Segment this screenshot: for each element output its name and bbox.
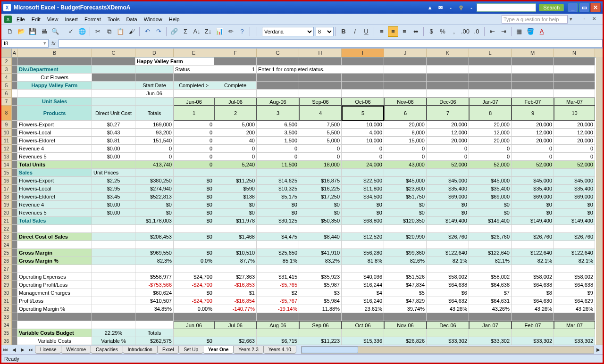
cell[interactable]: Sales — [17, 169, 92, 177]
currency-icon[interactable]: $ — [426, 26, 436, 37]
cell[interactable]: 0 — [174, 153, 214, 161]
cell[interactable]: 82.6% — [384, 257, 427, 265]
cell[interactable]: $149,400 — [427, 217, 469, 225]
cell[interactable]: $69,000 — [554, 193, 595, 201]
cell[interactable] — [512, 225, 554, 233]
paste-icon[interactable]: 📋 — [115, 26, 126, 37]
new-icon[interactable]: 🗋 — [5, 26, 15, 37]
font-size-select[interactable]: 8 — [316, 27, 334, 36]
cell[interactable] — [92, 233, 135, 241]
cell[interactable]: $0 — [174, 185, 214, 193]
cell[interactable] — [214, 225, 257, 233]
cell[interactable] — [342, 74, 384, 82]
cell[interactable]: $47,829 — [384, 297, 427, 305]
cell[interactable]: $0.81 — [92, 137, 135, 145]
cell[interactable]: $5,175 — [257, 193, 299, 201]
cell[interactable]: $58,002 — [512, 273, 554, 281]
cell[interactable] — [257, 90, 299, 98]
cell[interactable]: $2.95 — [92, 185, 135, 193]
row-header-17[interactable]: 17 — [1, 185, 12, 193]
row-header-25[interactable]: 25 — [1, 249, 12, 257]
cell[interactable] — [554, 66, 595, 74]
cell[interactable] — [299, 313, 342, 321]
cell[interactable] — [12, 313, 17, 321]
cell[interactable] — [214, 58, 257, 66]
cell[interactable] — [135, 98, 174, 106]
cell[interactable]: Revenue 4 — [17, 201, 92, 209]
cell[interactable]: $5 — [384, 289, 427, 297]
cell[interactable]: $0.00 — [92, 201, 135, 209]
merge-icon[interactable]: ⬌ — [411, 26, 421, 37]
cell[interactable]: 18,000 — [299, 161, 342, 169]
cell[interactable]: Flowers-Local — [17, 129, 92, 137]
cell[interactable]: 43.26% — [427, 305, 469, 313]
cell[interactable] — [512, 58, 554, 66]
cell[interactable]: 0 — [299, 153, 342, 161]
cell[interactable]: 0.00% — [174, 305, 214, 313]
cell[interactable]: $0 — [135, 201, 174, 209]
cell[interactable] — [342, 329, 384, 337]
cell[interactable] — [342, 241, 384, 249]
col-header-K[interactable]: K — [427, 49, 469, 57]
cell[interactable] — [427, 225, 469, 233]
cell[interactable] — [174, 74, 214, 82]
increase-decimal-icon[interactable]: .00 — [460, 26, 470, 37]
workbook-icon[interactable]: X — [4, 16, 12, 23]
row-header-30[interactable]: 30 — [1, 289, 12, 297]
cell[interactable]: $26,760 — [554, 233, 595, 241]
cell[interactable]: 0 — [469, 145, 512, 153]
cell[interactable] — [384, 74, 427, 82]
row-header-27[interactable]: 27 — [1, 265, 12, 273]
cell[interactable] — [214, 313, 257, 321]
minimize-button[interactable]: _ — [568, 3, 578, 12]
open-icon[interactable]: 📂 — [16, 26, 26, 37]
cell[interactable] — [427, 265, 469, 273]
col-header-B[interactable]: B — [17, 49, 92, 57]
cell[interactable] — [12, 106, 17, 121]
cell[interactable] — [12, 98, 17, 106]
cell[interactable] — [257, 265, 299, 273]
italic-button[interactable]: I — [350, 26, 360, 37]
redo-icon[interactable]: ↷ — [153, 26, 164, 37]
undo-icon[interactable]: ↶ — [142, 26, 152, 37]
cell[interactable]: $1,178,003 — [135, 217, 174, 225]
cell[interactable]: Totals — [135, 329, 174, 337]
cell[interactable]: 151,540 — [135, 137, 174, 145]
decrease-indent-icon[interactable]: ⇤ — [487, 26, 497, 37]
cell[interactable]: $23,600 — [384, 185, 427, 193]
cell[interactable]: 5 — [342, 106, 384, 121]
cell[interactable]: $0 — [512, 201, 554, 209]
row-header-11[interactable]: 11 — [1, 137, 12, 145]
tab-next-icon[interactable]: ▶ — [18, 346, 27, 354]
cell[interactable]: $0 — [135, 209, 174, 217]
cell[interactable] — [12, 66, 17, 74]
cell[interactable] — [17, 265, 92, 273]
cell[interactable] — [554, 265, 595, 273]
cell[interactable]: $35,923 — [299, 273, 342, 281]
cell[interactable]: 20,000 — [384, 121, 427, 129]
cell[interactable]: 0 — [299, 145, 342, 153]
col-header-G[interactable]: G — [257, 49, 299, 57]
cell[interactable]: $262,575 — [135, 337, 174, 345]
close-button[interactable]: ✕ — [590, 3, 601, 12]
cell[interactable]: $40,036 — [342, 273, 384, 281]
cell[interactable]: 52,000 — [554, 161, 595, 169]
cell[interactable]: Complete — [214, 82, 257, 90]
cell[interactable] — [342, 225, 384, 233]
cell[interactable]: Dec-06 — [427, 98, 469, 106]
cell[interactable]: Direct Cost of Sales — [17, 233, 92, 241]
cell[interactable]: 52,000 — [469, 161, 512, 169]
cell[interactable] — [12, 329, 17, 337]
cell[interactable]: $64,638 — [427, 281, 469, 289]
cell[interactable] — [512, 313, 554, 321]
cell[interactable]: Totals — [135, 106, 174, 121]
cell[interactable]: $0 — [257, 209, 299, 217]
cell[interactable]: -$5,765 — [257, 281, 299, 289]
cell[interactable] — [17, 225, 92, 233]
cell[interactable] — [512, 265, 554, 273]
cell[interactable]: $8 — [512, 289, 554, 297]
cell[interactable] — [12, 74, 17, 82]
cell[interactable]: 82.1% — [512, 257, 554, 265]
aol-icon[interactable]: ▲ — [426, 4, 434, 11]
fx-icon[interactable]: fx — [51, 41, 56, 46]
